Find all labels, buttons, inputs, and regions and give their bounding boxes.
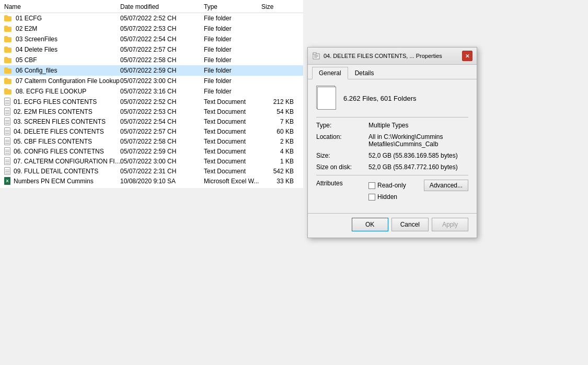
close-button[interactable]: ✕ <box>462 51 472 61</box>
advanced-button[interactable]: Advanced... <box>424 180 468 191</box>
file-name-cell: 01 ECFG <box>0 14 120 22</box>
file-type: Text Document <box>204 118 261 125</box>
table-row[interactable]: 03. SCREEN FILES CONTENTS 05/07/2022 2:5… <box>0 116 303 126</box>
file-name-cell: Numbers PN ECM Cummins <box>0 177 120 185</box>
table-row[interactable]: 01. ECFG FILES CONTENTS 05/07/2022 2:52 … <box>0 97 303 107</box>
file-date: 05/07/2022 3:16 CH <box>120 88 204 95</box>
table-row[interactable]: 06 Config_files 05/07/2022 2:59 CH File … <box>0 65 303 76</box>
file-date: 10/08/2020 9:10 SA <box>120 178 204 185</box>
table-row[interactable]: 02. E2M FILES CONTENTS 05/07/2022 2:53 C… <box>0 107 303 116</box>
file-date: 05/07/2022 2:59 CH <box>120 148 204 155</box>
size-on-disk-value: 52,0 GB (55.847.772.160 bytes) <box>368 163 468 171</box>
table-row[interactable]: 04 Delete Files 05/07/2022 2:57 CH File … <box>0 44 303 55</box>
file-name: 04 Delete Files <box>15 46 126 53</box>
file-date: 05/07/2022 2:59 CH <box>120 67 204 74</box>
file-type: Text Document <box>204 158 261 165</box>
file-size: 60 KB <box>261 128 298 135</box>
file-name: 03. SCREEN FILES CONTENTS <box>13 118 124 125</box>
file-date: 05/07/2022 2:53 CH <box>120 25 204 32</box>
file-name-cell: 07 Calterm Configuration File Lookup <box>0 77 120 85</box>
col-size-header: Size <box>261 3 298 10</box>
file-date: 05/07/2022 2:58 CH <box>120 138 204 145</box>
table-row[interactable]: 07 Calterm Configuration File Lookup 05/… <box>0 76 303 86</box>
file-size: 542 KB <box>261 168 298 175</box>
file-name: Numbers PN ECM Cummins <box>13 178 124 185</box>
size-value: 52,0 GB (55.836.169.585 bytes) <box>368 152 468 159</box>
file-name: 02 E2M <box>15 25 126 32</box>
table-row[interactable]: 05. CBF FILES CONTENTS 05/07/2022 2:58 C… <box>0 136 303 146</box>
file-name: 07 Calterm Configuration File Lookup <box>15 77 126 85</box>
size-row: Size: 52,0 GB (55.836.169.585 bytes) <box>316 152 468 159</box>
file-date: 05/07/2022 2:58 CH <box>120 56 204 64</box>
table-row[interactable]: 04. DELETE FILES CONTENTS 05/07/2022 2:5… <box>0 126 303 136</box>
cancel-button[interactable]: Cancel <box>391 218 429 231</box>
col-date-header: Date modified <box>120 3 204 10</box>
file-summary: 6.262 Files, 601 Folders <box>316 86 468 111</box>
file-name: 07. CALTERM CONFIGURATION FILE LOO... <box>13 158 124 165</box>
file-name-cell: 04. DELETE FILES CONTENTS <box>0 127 120 135</box>
file-name-cell: 01. ECFG FILES CONTENTS <box>0 98 120 105</box>
table-row[interactable]: 08. ECFG FILE LOOKUP 05/07/2022 3:16 CH … <box>0 86 303 97</box>
file-date: 05/07/2022 2:57 CH <box>120 46 204 53</box>
file-size: 7 KB <box>261 118 298 125</box>
file-name: 06. CONFIG FILES CONTETNS <box>13 148 124 155</box>
table-row[interactable]: 09. FULL DETAIL CONTENTS 05/07/2022 2:31… <box>0 166 303 176</box>
summary-text: 6.262 Files, 601 Folders <box>343 95 416 102</box>
file-date: 05/07/2022 2:54 CH <box>120 118 204 125</box>
file-date: 05/07/2022 2:53 CH <box>120 108 204 115</box>
file-name-cell: 05 CBF <box>0 56 120 64</box>
apply-button[interactable]: Apply <box>432 218 468 231</box>
doc-icon <box>4 127 10 135</box>
readonly-checkbox[interactable] <box>368 182 375 189</box>
file-list: 01 ECFG 05/07/2022 2:52 CH File folder 0… <box>0 13 303 186</box>
folder-icon <box>4 66 13 75</box>
file-name: 05. CBF FILES CONTENTS <box>13 138 124 145</box>
file-name: 05 CBF <box>15 56 126 64</box>
file-date: 05/07/2022 3:00 CH <box>120 77 204 85</box>
properties-dialog: 04. DELETE FILES CONTENTS, ... Propertie… <box>307 47 477 238</box>
file-date: 05/07/2022 2:52 CH <box>120 98 204 105</box>
file-name: 08. ECFG FILE LOOKUP <box>15 88 126 95</box>
table-row[interactable]: 02 E2M 05/07/2022 2:53 CH File folder <box>0 23 303 34</box>
explorer-header: Name Date modified Type Size <box>0 2 303 13</box>
table-row[interactable]: Numbers PN ECM Cummins 10/08/2020 9:10 S… <box>0 176 303 186</box>
doc-icon <box>4 108 10 115</box>
file-big-icon <box>316 86 337 111</box>
folder-icon <box>4 25 13 33</box>
tab-details[interactable]: Details <box>348 67 381 79</box>
doc-icon <box>4 167 10 175</box>
file-type: Text Document <box>204 168 261 175</box>
file-size: 4 KB <box>261 148 298 155</box>
hidden-label: Hidden <box>377 193 397 201</box>
file-date: 05/07/2022 2:54 CH <box>120 36 204 43</box>
file-date: 05/07/2022 2:57 CH <box>120 128 204 135</box>
doc-icon <box>4 147 10 155</box>
table-row[interactable]: 05 CBF 05/07/2022 2:58 CH File folder <box>0 55 303 65</box>
tab-general[interactable]: General <box>312 67 348 79</box>
table-row[interactable]: 07. CALTERM CONFIGURATION FILE LOO... 05… <box>0 156 303 166</box>
file-explorer: Name Date modified Type Size 01 ECFG 05/… <box>0 0 303 188</box>
file-type: File folder <box>204 15 261 22</box>
table-row[interactable]: 03 ScreenFiles 05/07/2022 2:54 CH File f… <box>0 34 303 44</box>
hidden-checkbox[interactable] <box>368 194 375 201</box>
dialog-title: 04. DELETE FILES CONTENTS, ... Propertie… <box>324 53 442 59</box>
type-value: Multiple Types <box>368 122 468 129</box>
file-size: 54 KB <box>261 108 298 115</box>
ok-button[interactable]: OK <box>352 218 388 231</box>
file-name: 09. FULL DETAIL CONTENTS <box>13 168 124 175</box>
folder-icon <box>4 77 13 85</box>
file-name-cell: 06. CONFIG FILES CONTETNS <box>0 147 120 155</box>
hidden-row: Hidden <box>368 193 468 201</box>
folder-icon <box>4 87 13 96</box>
table-row[interactable]: 06. CONFIG FILES CONTETNS 05/07/2022 2:5… <box>0 146 303 156</box>
doc-icon <box>4 117 10 125</box>
attributes-label: Attributes <box>316 180 368 187</box>
file-name-cell: 06 Config_files <box>0 66 120 75</box>
table-row[interactable]: 01 ECFG 05/07/2022 2:52 CH File folder <box>0 13 303 23</box>
readonly-label: Read-only <box>377 182 406 189</box>
doc-icon <box>4 137 10 145</box>
file-name-cell: 03. SCREEN FILES CONTENTS <box>0 117 120 125</box>
file-name: 01. ECFG FILES CONTENTS <box>13 98 124 105</box>
folder-icon <box>4 35 13 43</box>
dialog-title-icon <box>312 52 320 60</box>
